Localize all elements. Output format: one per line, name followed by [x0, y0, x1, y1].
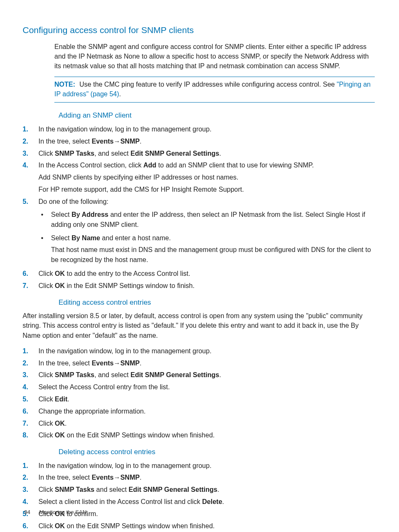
ui-label: SNMP Tasks: [55, 486, 95, 493]
adding-heading: Adding an SNMP client: [59, 110, 375, 121]
step-text: Select the Access Control entry from the…: [38, 383, 170, 391]
ui-label: SNMP: [120, 474, 140, 481]
list-item: 4.Select a client listed in the Access C…: [23, 497, 375, 507]
step-text: In the navigation window, log in to the …: [38, 462, 212, 469]
arrow-icon: →: [114, 474, 120, 481]
ui-label: OK: [55, 432, 65, 439]
ui-label: OK: [55, 282, 65, 289]
ui-label: Events: [92, 474, 113, 481]
list-item: 6.Click OK on the Edit SNMP Settings win…: [23, 521, 375, 532]
arrow-icon: →: [114, 138, 120, 145]
step-text: In the tree, select: [38, 360, 92, 367]
step-text: In the tree, select: [38, 474, 92, 481]
list-item: 4.In the Access Control section, click A…: [23, 160, 375, 195]
list-item: Select By Name and enter a host name. Th…: [38, 233, 375, 266]
step-text: on the Edit SNMP Settings window when fi…: [65, 432, 215, 439]
ui-label: Edit SNMP General Settings: [130, 371, 219, 378]
step-text: Click: [38, 371, 55, 378]
list-item: 7.Click OK.: [23, 419, 375, 429]
ui-label: SNMP: [120, 138, 140, 145]
ui-label: OK: [55, 522, 65, 529]
adding-steps: 1.In the navigation window, log in to th…: [23, 124, 375, 291]
step-text: and enter a host name.: [100, 234, 171, 242]
ui-label: OK: [55, 420, 65, 427]
ui-label: SNMP: [120, 360, 140, 367]
step-text: Click: [38, 486, 55, 493]
step-text: Change the appropriate information.: [38, 408, 146, 415]
ui-label: By Name: [72, 234, 100, 242]
editing-heading: Editing access control entries: [59, 297, 375, 308]
step-text: For HP remote support, add the CMS for H…: [38, 185, 375, 195]
editing-steps: 1.In the navigation window, log in to th…: [23, 346, 375, 441]
page-number: 94: [24, 509, 30, 515]
ui-label: Edit SNMP General Settings: [129, 486, 217, 493]
step-text: Click: [38, 432, 55, 439]
editing-intro: After installing version 8.5 or later, b…: [23, 311, 375, 340]
step-text: Click: [38, 150, 55, 157]
ui-label: Edit SNMP General Settings: [130, 150, 219, 157]
sub-bullets: Select By Address and enter the IP addre…: [38, 210, 375, 266]
ui-label: Events: [92, 138, 113, 145]
step-text: on the Edit SNMP Settings window when fi…: [65, 522, 215, 529]
step-text: and select: [95, 486, 129, 493]
list-item: 1.In the navigation window, log in to th…: [23, 346, 375, 357]
deleting-heading: Deleting access control entries: [59, 447, 375, 457]
list-item: 6.Click OK to add the entry to the Acces…: [23, 269, 375, 279]
arrow-icon: →: [114, 360, 120, 367]
footer-title: Monitoring the SAN: [39, 509, 87, 515]
list-item: 1.In the navigation window, log in to th…: [23, 461, 375, 471]
step-text: Select: [51, 211, 72, 218]
note-label: NOTE:: [54, 81, 75, 88]
ui-label: OK: [55, 270, 65, 277]
note-box: NOTE:Use the CMC ping feature to verify …: [54, 77, 375, 103]
note-text: Use the CMC ping feature to verify IP ad…: [79, 81, 337, 88]
list-item: 7.Click OK in the Edit SNMP Settings win…: [23, 281, 375, 291]
list-item: 2.In the tree, select Events→SNMP.: [23, 358, 375, 369]
step-text: Click: [38, 420, 55, 427]
ui-label: SNMP Tasks: [55, 150, 95, 157]
page-heading: Configuring access control for SNMP clie…: [23, 23, 375, 37]
intro-paragraph: Enable the SNMP agent and configure acce…: [54, 42, 375, 71]
deleting-steps: 1.In the navigation window, log in to th…: [23, 461, 375, 532]
step-text: Do one of the following:: [38, 198, 108, 205]
step-text: Add SNMP clients by specifying either IP…: [38, 172, 375, 183]
list-item: 5.Click Edit.: [23, 394, 375, 405]
step-text: Click: [38, 270, 55, 277]
list-item: 6.Change the appropriate information.: [23, 406, 375, 417]
list-item: 4.Select the Access Control entry from t…: [23, 382, 375, 393]
step-text: Click: [38, 522, 55, 529]
list-item: 3.Click SNMP Tasks, and select Edit SNMP…: [23, 370, 375, 380]
list-item: 2.In the tree, select Events→SNMP.: [23, 473, 375, 483]
step-text: In the Access Control section, click: [38, 162, 143, 169]
step-text: That host name must exist in DNS and the…: [51, 245, 375, 266]
step-text: In the navigation window, log in to the …: [38, 347, 212, 355]
ui-label: Delete: [202, 498, 222, 505]
step-text: In the navigation window, log in to the …: [38, 126, 212, 133]
ui-label: SNMP Tasks: [55, 371, 95, 378]
step-text: in the Edit SNMP Settings window to fini…: [65, 282, 194, 289]
list-item: 5.Do one of the following: Select By Add…: [23, 197, 375, 265]
ui-label: Add: [143, 162, 156, 169]
list-item: 8.Click OK on the Edit SNMP Settings win…: [23, 430, 375, 441]
list-item: 3.Click SNMP Tasks, and select Edit SNMP…: [23, 149, 375, 159]
step-text: to add the entry to the Access Control l…: [65, 270, 190, 277]
ui-label: Edit: [55, 396, 67, 403]
step-text: Click: [38, 396, 55, 403]
ui-label: Events: [92, 360, 113, 367]
list-item: 3.Click SNMP Tasks and select Edit SNMP …: [23, 485, 375, 495]
step-text: Select: [51, 234, 72, 242]
step-text: to add an SNMP client that to use for vi…: [156, 162, 314, 169]
step-text: , and select: [95, 150, 130, 157]
list-item: Select By Address and enter the IP addre…: [38, 210, 375, 230]
step-text: Select a client listed in the Access Con…: [38, 498, 202, 505]
note-after: .: [119, 90, 121, 98]
step-text: , and select: [95, 371, 130, 378]
ui-label: By Address: [72, 211, 108, 218]
page-footer: 94 Monitoring the SAN: [24, 508, 87, 517]
step-text: In the tree, select: [38, 138, 92, 145]
list-item: 1.In the navigation window, log in to th…: [23, 124, 375, 135]
list-item: 2.In the tree, select Events→SNMP.: [23, 136, 375, 147]
step-text: Click: [38, 282, 55, 289]
